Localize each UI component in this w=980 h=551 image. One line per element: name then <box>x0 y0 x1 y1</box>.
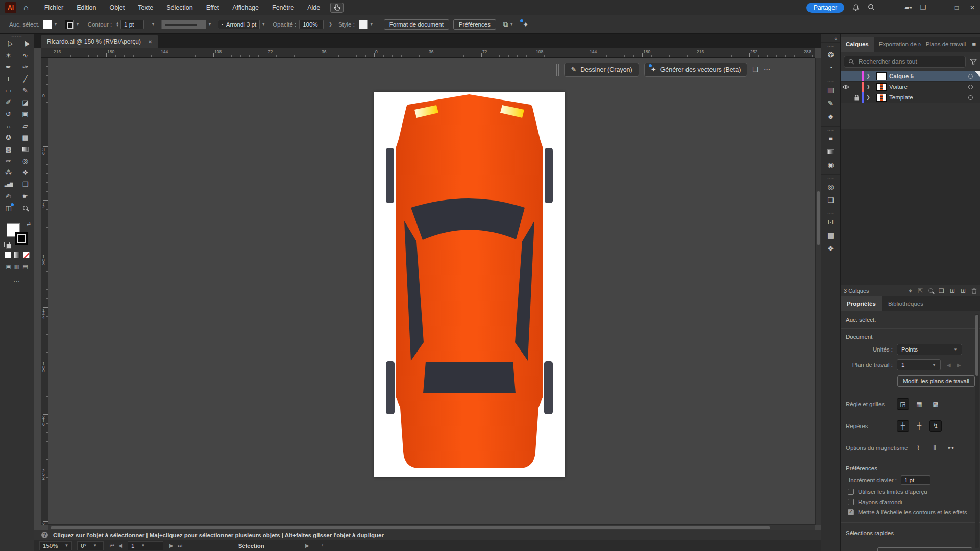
target-circle-icon[interactable] <box>968 95 973 100</box>
stroke-panel-icon[interactable]: ≡ <box>821 132 840 145</box>
menu-fenetre[interactable]: Fenêtre <box>272 4 294 11</box>
layer-name[interactable]: Voiture <box>889 84 908 90</box>
properties-scrollbar-thumb[interactable] <box>975 315 978 376</box>
help-icon[interactable]: ? <box>41 532 48 538</box>
artboard-navigation-dropdown[interactable]: 1 ▼ <box>128 541 163 550</box>
app-search-icon[interactable] <box>868 4 875 11</box>
visibility-toggle[interactable] <box>841 92 851 103</box>
none-mode-icon[interactable] <box>23 252 30 258</box>
menu-edition[interactable]: Edition <box>77 4 96 11</box>
preview-bounds-checkbox[interactable] <box>848 489 854 495</box>
magic-wand-tool[interactable]: ✶ <box>0 49 17 61</box>
locate-object-icon[interactable]: ⌖ <box>909 287 912 294</box>
edit-toolbar-icon[interactable]: ⋯ <box>0 277 34 285</box>
prev-artboard-icon[interactable]: ◀ <box>118 543 122 548</box>
visibility-toggle[interactable] <box>841 71 851 81</box>
draw-inside-icon[interactable]: ▤ <box>22 263 28 270</box>
pencil-tool[interactable]: ✍ <box>0 190 17 202</box>
window-close-button[interactable]: ✕ <box>970 4 975 11</box>
visibility-toggle[interactable] <box>841 82 851 92</box>
keyboard-increment-input[interactable]: 1 pt <box>901 475 930 485</box>
style-swatch[interactable] <box>359 20 368 29</box>
opacity-input[interactable]: 100% <box>299 20 324 29</box>
layer-row-calque5[interactable]: ❯ Calque 5 <box>841 71 980 82</box>
color-mode-icon[interactable] <box>5 252 11 258</box>
brush-dropdown-icon[interactable]: ▼ <box>261 22 265 27</box>
expand-chevron-icon[interactable]: ❯ <box>864 84 872 89</box>
show-grid-button[interactable]: ▦ <box>913 398 925 410</box>
target-circle-icon[interactable] <box>968 74 973 79</box>
generative-ai-icon[interactable]: ✦ <box>523 20 529 29</box>
units-dropdown[interactable]: Points ▼ <box>897 344 962 355</box>
width-tool[interactable]: ↔ <box>0 120 17 132</box>
zoom-tool[interactable] <box>17 202 34 214</box>
hand-tool[interactable]: ☛ <box>17 190 34 202</box>
shape-builder-tool[interactable]: ✪ <box>0 132 17 143</box>
status-expand-icon[interactable]: ▶ <box>305 543 309 548</box>
eraser-tool[interactable]: ◪ <box>17 96 34 108</box>
taskbar-grip[interactable] <box>556 64 559 76</box>
perspective-grid-tool[interactable]: ▦ <box>17 132 34 143</box>
color-guide-panel-icon[interactable]: ◔ <box>821 61 840 74</box>
intertwine-tool[interactable]: ◫ <box>0 202 17 214</box>
opacity-panel-icon[interactable]: ❯ <box>329 22 332 27</box>
image-trace-icon[interactable]: ❑ <box>752 66 758 73</box>
lock-toggle[interactable] <box>851 92 862 103</box>
fill-dropdown-icon[interactable]: ▼ <box>54 22 58 27</box>
show-guides-button[interactable]: ╪ <box>897 420 909 432</box>
zoom-level-dropdown[interactable]: 150% ▼ <box>39 541 72 550</box>
symbols-tool[interactable]: ❖ <box>17 167 34 179</box>
layers-search-icon[interactable] <box>928 288 933 293</box>
mesh-tool[interactable]: ▩ <box>0 143 17 155</box>
layer-row-voiture[interactable]: ❯ Voiture <box>841 82 980 92</box>
expand-panels-icon[interactable]: « <box>821 34 840 42</box>
pen-tool[interactable]: ✒ <box>0 61 17 73</box>
blend-tool[interactable]: ◎ <box>17 155 34 167</box>
tab-proprietes[interactable]: Propriétés <box>841 296 882 311</box>
draw-normal-icon[interactable]: ▣ <box>6 263 11 270</box>
home-icon[interactable]: ⌂ <box>23 3 29 12</box>
transform-panel-icon[interactable]: ⊡ <box>821 215 840 229</box>
swatches-panel-icon[interactable]: ▦ <box>821 83 840 96</box>
variable-width-profile-dropdown[interactable] <box>161 20 206 29</box>
shaper-tool[interactable]: ✐ <box>0 96 17 108</box>
window-maximize-button[interactable]: □ <box>955 4 959 11</box>
document-setup-button[interactable]: Format de document <box>384 19 449 30</box>
window-minimize-button[interactable]: ─ <box>939 4 944 11</box>
new-sublayer-icon[interactable]: ⊞ <box>950 287 955 294</box>
toolbar-grip[interactable]: ▪▪▪▪▪▪ <box>0 34 34 38</box>
document-viewport[interactable]: ✎ Dessiner (Crayon) ✦ Générer des vecteu… <box>48 58 815 525</box>
eyedropper-tool[interactable]: ✏ <box>0 155 17 167</box>
show-rulers-button[interactable]: ◲ <box>897 398 909 410</box>
gradient-panel-icon[interactable] <box>821 145 840 158</box>
appearance-panel-icon[interactable]: ◎ <box>821 180 840 193</box>
menu-affichage[interactable]: Affichage <box>232 4 259 11</box>
layer-name[interactable]: Calque 5 <box>889 73 914 79</box>
scale-strokes-checkbox[interactable] <box>848 509 854 515</box>
workspace-switcher-icon[interactable]: ▰▪ <box>904 4 912 11</box>
share-button[interactable]: Partager <box>806 3 844 13</box>
expand-chevron-icon[interactable]: ❯ <box>864 95 872 100</box>
layer-thumbnail[interactable] <box>876 83 887 91</box>
next-artboard-icon[interactable]: ▶ <box>169 543 174 548</box>
gradient-tool[interactable] <box>17 143 34 155</box>
layers-search-input[interactable]: Rechercher dans tout <box>844 56 966 68</box>
fill-color-swatch[interactable] <box>43 20 52 29</box>
menu-texte[interactable]: Texte <box>138 4 153 11</box>
lock-guides-button[interactable]: ╪ <box>913 420 925 432</box>
smart-guides-button[interactable]: ↯ <box>929 420 942 432</box>
isolate-selection-icon[interactable]: ⧉ <box>503 20 508 29</box>
edit-artboards-button[interactable]: Modif. les plans de travail <box>897 375 975 387</box>
style-dropdown-icon[interactable]: ▼ <box>370 22 374 27</box>
next-artboard-arrow-icon[interactable]: ▶ <box>957 362 961 368</box>
symbol-sprayer-tool[interactable]: ⁂ <box>0 167 17 179</box>
menu-objet[interactable]: Objet <box>109 4 125 11</box>
type-tool[interactable]: T <box>0 73 17 85</box>
color-panel-icon[interactable]: ❂ <box>821 48 840 61</box>
stroke-weight-dropdown-icon[interactable]: ▼ <box>151 22 155 27</box>
isolate-dropdown-icon[interactable]: ▼ <box>509 22 513 27</box>
touch-workspace-icon[interactable] <box>330 3 344 13</box>
tab-exportation[interactable]: Exportation de res <box>874 37 921 52</box>
stroke-weight-stepper[interactable]: ▲▼ <box>116 22 119 27</box>
menu-aide[interactable]: Aide <box>307 4 320 11</box>
